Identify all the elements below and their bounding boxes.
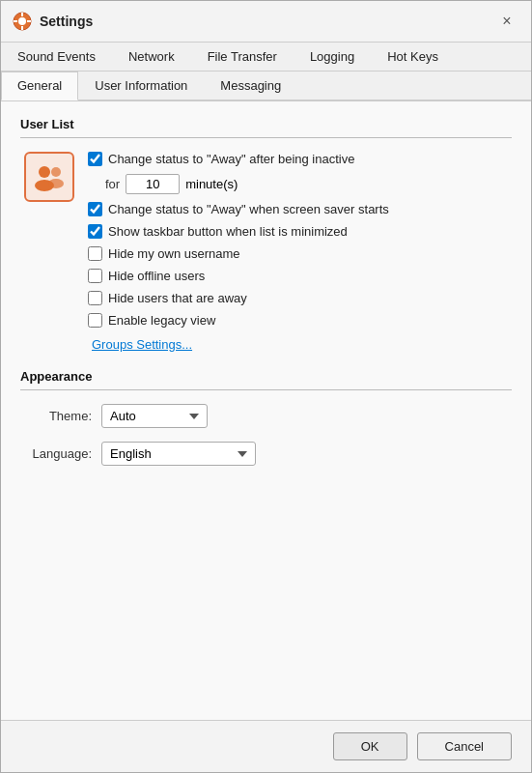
cancel-button[interactable]: Cancel bbox=[417, 732, 512, 760]
language-row: Language: English Deutsch Español França… bbox=[24, 442, 512, 466]
theme-select[interactable]: Auto Light Dark bbox=[101, 404, 208, 428]
title-bar: Settings × bbox=[1, 1, 531, 43]
options-block: Change status to "Away" after being inac… bbox=[88, 152, 512, 352]
tab-hot-keys[interactable]: Hot Keys bbox=[371, 43, 455, 71]
svg-point-6 bbox=[39, 166, 50, 178]
user-list-title: User List bbox=[20, 117, 512, 131]
minute-row: for minute(s) bbox=[88, 174, 512, 194]
minute-input[interactable] bbox=[126, 174, 180, 194]
theme-row: Theme: Auto Light Dark bbox=[24, 404, 512, 428]
hide-away-checkbox[interactable] bbox=[88, 291, 102, 305]
legacy-checkbox[interactable] bbox=[88, 313, 102, 328]
close-button[interactable]: × bbox=[494, 9, 519, 34]
screensaver-checkbox[interactable] bbox=[88, 202, 102, 216]
title-bar-left: Settings bbox=[13, 12, 93, 31]
appearance-body: Theme: Auto Light Dark Language: English… bbox=[20, 404, 512, 466]
main-content: User List Change s bbox=[1, 101, 531, 720]
tab-sound-events[interactable]: Sound Events bbox=[1, 43, 112, 71]
svg-rect-3 bbox=[21, 26, 23, 30]
user-list-icon bbox=[32, 159, 67, 194]
screensaver-label: Change status to "Away" when screen save… bbox=[108, 202, 389, 216]
appearance-divider bbox=[20, 389, 512, 390]
svg-point-9 bbox=[48, 179, 64, 188]
svg-rect-2 bbox=[21, 13, 23, 16]
user-list-body: Change status to "Away" after being inac… bbox=[20, 152, 512, 352]
svg-rect-5 bbox=[27, 20, 31, 22]
minute-unit: minute(s) bbox=[185, 177, 238, 191]
hide-away-row[interactable]: Hide users that are away bbox=[88, 291, 512, 305]
screensaver-row[interactable]: Change status to "Away" when screen save… bbox=[88, 202, 512, 216]
hide-own-row[interactable]: Hide my own username bbox=[88, 246, 512, 261]
language-label: Language: bbox=[24, 446, 92, 461]
svg-point-1 bbox=[18, 17, 26, 25]
tab-messaging[interactable]: Messaging bbox=[204, 72, 297, 100]
user-list-section: User List Change s bbox=[20, 117, 512, 352]
svg-point-8 bbox=[51, 167, 61, 177]
user-icon-box bbox=[24, 152, 74, 202]
legacy-row[interactable]: Enable legacy view bbox=[88, 313, 512, 328]
taskbar-label: Show taskbar button when list is minimiz… bbox=[108, 224, 348, 239]
hide-offline-label: Hide offline users bbox=[108, 269, 205, 283]
for-label: for bbox=[105, 177, 120, 191]
theme-label: Theme: bbox=[24, 409, 92, 423]
hide-own-checkbox[interactable] bbox=[88, 246, 102, 261]
tab-network[interactable]: Network bbox=[112, 43, 191, 71]
footer: OK Cancel bbox=[1, 720, 531, 772]
tab-user-information[interactable]: User Information bbox=[78, 72, 204, 100]
change-away-row[interactable]: Change status to "Away" after being inac… bbox=[88, 152, 512, 166]
appearance-section: Appearance Theme: Auto Light Dark Langua… bbox=[20, 369, 512, 466]
hide-own-label: Hide my own username bbox=[108, 246, 240, 261]
change-away-checkbox[interactable] bbox=[88, 152, 102, 166]
svg-rect-4 bbox=[14, 20, 17, 22]
ok-button[interactable]: OK bbox=[333, 732, 407, 760]
appearance-title: Appearance bbox=[20, 369, 512, 384]
tab-general[interactable]: General bbox=[1, 72, 78, 100]
user-list-divider bbox=[20, 137, 512, 138]
hide-offline-row[interactable]: Hide offline users bbox=[88, 269, 512, 283]
window-title: Settings bbox=[40, 14, 93, 29]
groups-settings-link[interactable]: Groups Settings... bbox=[92, 337, 512, 352]
taskbar-row[interactable]: Show taskbar button when list is minimiz… bbox=[88, 224, 512, 239]
legacy-label: Enable legacy view bbox=[108, 313, 215, 328]
tabs-row2: General User Information Messaging bbox=[1, 72, 531, 101]
language-select[interactable]: English Deutsch Español Français bbox=[101, 442, 256, 466]
settings-icon bbox=[13, 12, 32, 31]
hide-away-label: Hide users that are away bbox=[108, 291, 247, 305]
settings-window: Settings × Sound Events Network File Tra… bbox=[0, 0, 532, 773]
tabs-row1: Sound Events Network File Transfer Loggi… bbox=[1, 43, 531, 72]
taskbar-checkbox[interactable] bbox=[88, 224, 102, 239]
change-away-label: Change status to "Away" after being inac… bbox=[108, 152, 354, 166]
tab-logging[interactable]: Logging bbox=[294, 43, 371, 71]
tab-file-transfer[interactable]: File Transfer bbox=[191, 43, 294, 71]
hide-offline-checkbox[interactable] bbox=[88, 269, 102, 283]
